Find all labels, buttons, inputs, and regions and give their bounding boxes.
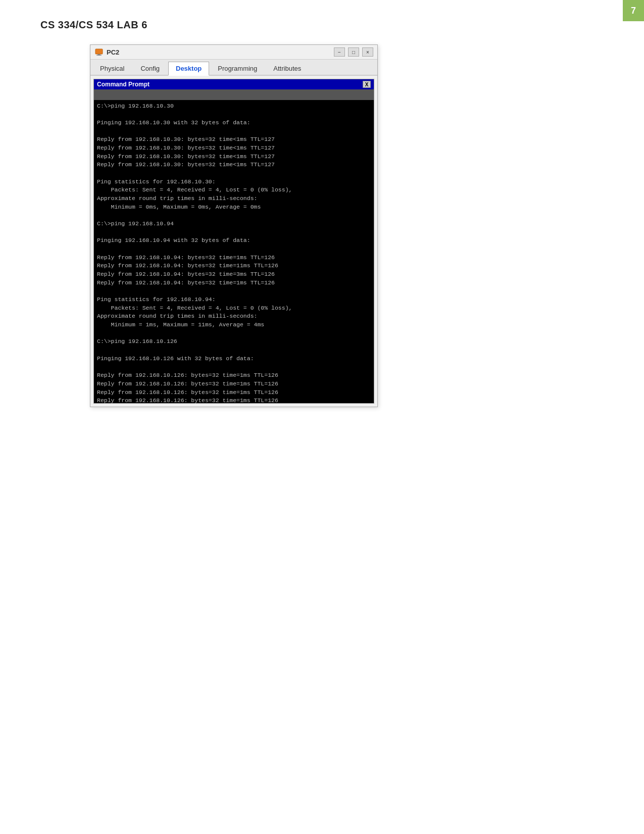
titlebar-left: PC2 (94, 47, 119, 57)
restore-button[interactable]: □ (348, 47, 359, 57)
svg-rect-2 (96, 55, 102, 56)
tab-desktop[interactable]: Desktop (168, 62, 209, 76)
window-titlebar: PC2 − □ × (90, 45, 377, 60)
command-prompt-window: Command Prompt X C:\>ping 192.168.10.30 … (93, 79, 374, 404)
svg-rect-0 (95, 49, 103, 54)
tab-bar: Physical Config Desktop Programming Attr… (90, 60, 377, 76)
page-title: CS 334/CS 534 LAB 6 (40, 19, 147, 31)
cmd-close-button[interactable]: X (363, 81, 371, 88)
minimize-button[interactable]: − (334, 47, 345, 57)
tab-attributes[interactable]: Attributes (266, 62, 309, 75)
tab-config[interactable]: Config (133, 62, 167, 75)
pc2-window: PC2 − □ × Physical Config Desktop Progra… (90, 44, 378, 407)
window-title: PC2 (107, 48, 119, 56)
cmd-output[interactable]: C:\>ping 192.168.10.30 Pinging 192.168.1… (94, 100, 374, 403)
cmd-selected-row (94, 89, 374, 100)
svg-rect-1 (97, 54, 101, 55)
pc-icon (94, 47, 104, 57)
tab-physical[interactable]: Physical (92, 62, 132, 75)
tab-programming[interactable]: Programming (210, 62, 265, 75)
cmd-title: Command Prompt (97, 81, 150, 88)
cmd-titlebar: Command Prompt X (94, 79, 374, 89)
cmd-scroll-area: C:\>ping 192.168.10.30 Pinging 192.168.1… (94, 89, 374, 403)
page-number-badge: 7 (623, 0, 644, 21)
window-controls: − □ × (334, 47, 373, 57)
close-button[interactable]: × (362, 47, 373, 57)
